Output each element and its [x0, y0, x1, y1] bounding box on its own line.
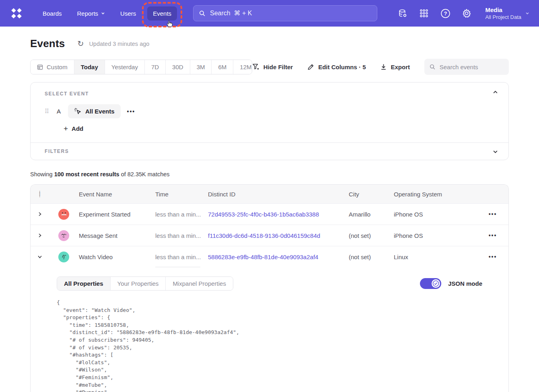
row-more-button[interactable]: ••• — [477, 232, 508, 239]
help-icon[interactable]: ? — [440, 8, 451, 19]
nav-item-label: Reports — [77, 10, 99, 17]
edit-columns-label: Edit Columns · 5 — [318, 64, 366, 70]
plus-icon: + — [64, 125, 68, 132]
calendar-icon — [37, 64, 43, 70]
top-navbar: Boards Reports Users Events — [0, 0, 539, 27]
hide-filter-button[interactable]: Hide Filter — [252, 63, 293, 70]
collapse-row-button[interactable] — [31, 254, 49, 259]
nav-item-label: Boards — [43, 10, 62, 17]
nav-item-label: Users — [120, 10, 136, 17]
cell-city: (not set) — [349, 232, 394, 239]
pencil-icon — [307, 63, 315, 70]
nav-item-reports[interactable]: Reports — [72, 6, 111, 21]
tab-your-properties[interactable]: Your Properties — [110, 277, 166, 290]
hand-cursor-icon — [166, 19, 174, 28]
nav-item-users[interactable]: Users — [115, 6, 142, 21]
cell-event-name: Watch Video — [79, 254, 155, 260]
data-management-icon[interactable] — [397, 8, 408, 19]
tab-all-properties[interactable]: All Properties — [57, 277, 110, 290]
primary-nav: Boards Reports Users Events — [37, 6, 177, 21]
cell-os: iPhone OS — [394, 232, 477, 239]
col-event-name: Event Name — [79, 191, 155, 198]
table-row: Experiment Started less than a min... 72… — [31, 203, 508, 225]
nav-item-events[interactable]: Events — [147, 6, 177, 21]
row-more-button[interactable]: ••• — [477, 211, 508, 217]
cell-city: (not set) — [349, 254, 394, 260]
range-today[interactable]: Today — [74, 60, 105, 74]
refresh-icon[interactable]: ↻ — [77, 40, 84, 47]
range-12m[interactable]: 12M — [233, 60, 252, 74]
cell-time: less than a min... — [155, 246, 208, 267]
chevron-down-icon — [37, 254, 42, 259]
cell-os: iPhone OS — [394, 211, 477, 218]
mixpanel-logo-icon[interactable] — [10, 6, 23, 20]
range-label: Custom — [47, 64, 68, 70]
table-row-expanded: Watch Video less than a min... 5886283e-… — [31, 246, 508, 267]
select-event-title: SELECT EVENT — [45, 91, 494, 97]
cell-distinct-id-link[interactable]: f11c30d6-dc6d-4518-9136-0d046159c84d — [208, 232, 349, 239]
chevron-down-icon — [525, 11, 529, 15]
edit-columns-button[interactable]: Edit Columns · 5 — [307, 63, 366, 70]
nav-item-label: Events — [153, 10, 171, 17]
chevron-up-icon — [493, 90, 498, 95]
cell-distinct-id-link[interactable]: 72d49553-25fc-4f0c-b436-1b5ac6ab3388 — [208, 211, 349, 218]
range-3m[interactable]: 3M — [190, 60, 212, 74]
col-time: Time — [155, 191, 208, 198]
range-6m[interactable]: 6M — [211, 60, 233, 74]
event-json-view: { "event": "Watch Video", "properties": … — [57, 299, 482, 392]
tab-mixpanel-properties[interactable]: Mixpanel Properties — [165, 277, 233, 290]
collapse-section-button[interactable] — [493, 89, 498, 97]
col-os: Operating System — [394, 191, 477, 198]
range-yesterday[interactable]: Yesterday — [105, 60, 144, 74]
apps-grid-icon[interactable] — [419, 8, 429, 19]
hide-filter-label: Hide Filter — [263, 64, 293, 70]
expand-filters-button[interactable] — [493, 149, 498, 156]
expand-row-button[interactable] — [31, 212, 49, 217]
filter-funnel-icon — [252, 63, 260, 70]
range-custom[interactable]: Custom — [31, 60, 74, 74]
settings-gear-icon[interactable] — [461, 8, 472, 19]
drag-handle-icon[interactable]: ⠿ — [45, 108, 49, 115]
collapse-all-icon[interactable]: ↓↑ — [39, 190, 41, 198]
search-icon — [199, 10, 206, 17]
json-mode-label: JSON mode — [448, 280, 482, 287]
cell-event-name: Experiment Started — [79, 211, 155, 218]
add-label: Add — [72, 125, 83, 132]
magic-cursor-icon — [74, 107, 82, 115]
project-name: Media — [485, 6, 521, 14]
events-table: ↓↑ Event Name Time Distinct ID City Oper… — [30, 184, 509, 392]
expand-row-button[interactable] — [31, 233, 49, 238]
cell-time: less than a min... — [155, 225, 208, 246]
event-avatar — [58, 252, 69, 262]
project-scope: All Project Data — [485, 14, 521, 21]
cell-os: Linux — [394, 254, 477, 260]
range-7d[interactable]: 7D — [144, 60, 165, 74]
event-selector-button[interactable]: All Events — [68, 104, 121, 118]
event-row-more-button[interactable]: ••• — [127, 108, 136, 115]
nav-item-boards[interactable]: Boards — [37, 6, 68, 21]
search-events-box[interactable] — [424, 59, 509, 75]
json-mode-toggle[interactable] — [420, 278, 441, 289]
export-button[interactable]: Export — [380, 64, 410, 70]
page-title: Events — [30, 37, 65, 50]
query-builder-card: SELECT EVENT ⠿ A All Events ••• + — [30, 82, 509, 160]
project-switcher[interactable]: Media All Project Data — [485, 6, 529, 21]
row-more-button[interactable]: ••• — [477, 254, 508, 260]
date-range-group: Custom Today Yesterday 7D 30D 3M 6M 12M — [30, 60, 252, 74]
results-summary: Showing 100 most recent results of 82.35… — [30, 171, 509, 177]
download-icon — [380, 64, 387, 70]
cell-distinct-id-link[interactable]: 5886283e-e9fb-48fb-81de-40e9093a2af4 — [208, 254, 349, 260]
chevron-down-icon — [101, 11, 105, 15]
row-detail-panel: All Properties Your Properties Mixpanel … — [31, 267, 508, 392]
range-30d[interactable]: 30D — [165, 60, 190, 74]
search-events-input[interactable] — [440, 64, 504, 70]
add-event-button[interactable]: + Add — [64, 125, 83, 132]
col-distinct-id: Distinct ID — [208, 191, 349, 198]
cell-city: Amarillo — [349, 211, 394, 218]
global-search-bar[interactable] — [193, 5, 377, 21]
export-label: Export — [391, 64, 410, 70]
event-row-letter: A — [57, 108, 62, 115]
table-header-row: ↓↑ Event Name Time Distinct ID City Oper… — [31, 185, 508, 203]
cell-event-name: Message Sent — [79, 232, 155, 239]
global-search-input[interactable] — [210, 10, 371, 17]
